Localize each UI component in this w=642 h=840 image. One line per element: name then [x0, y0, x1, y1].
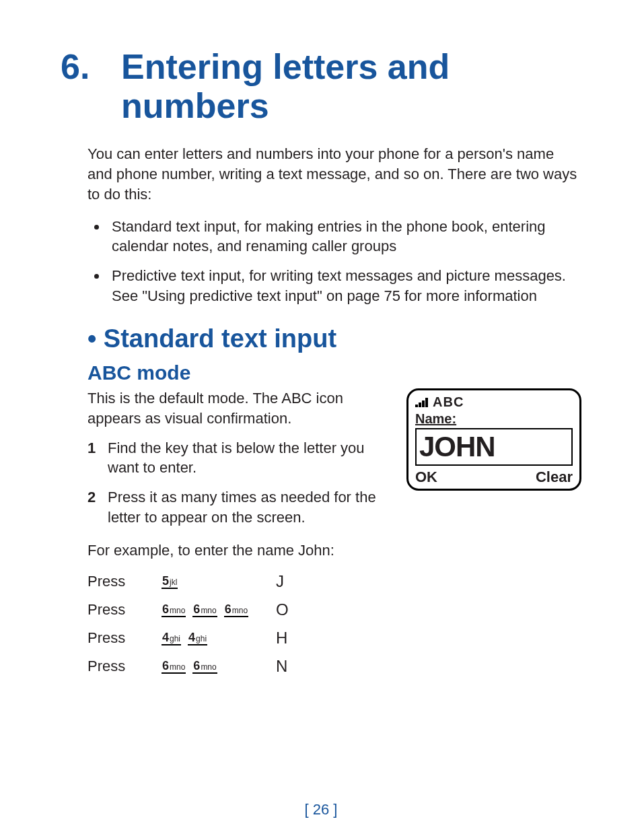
press-label: Press: [87, 601, 162, 619]
input-mode-indicator: ABC: [433, 394, 464, 410]
field-label: Name:: [415, 411, 573, 427]
result-letter: J: [276, 572, 303, 591]
text-entry-box: JOHN: [415, 428, 573, 466]
table-row: Press6mno6mnoN: [87, 652, 581, 680]
phone-key-icon: 6mno: [192, 603, 217, 617]
key-sequence: 6mno6mno: [162, 660, 276, 674]
phone-key-icon: 4ghi: [162, 631, 181, 645]
chapter-title: Entering letters and numbers: [121, 47, 581, 125]
table-row: Press5jklJ: [87, 567, 581, 596]
phone-key-icon: 6mno: [162, 660, 186, 674]
press-label: Press: [87, 629, 162, 647]
steps-list: 1 Find the key that is below the letter …: [87, 438, 393, 528]
step-text: Find the key that is below the letter yo…: [108, 438, 393, 478]
step-number: 1: [87, 438, 108, 478]
table-row: Press6mno6mno6mnoO: [87, 596, 581, 624]
entered-text: JOHN: [419, 433, 495, 461]
chapter-heading: 6. Entering letters and numbers: [61, 47, 581, 125]
section-heading: • Standard text input: [87, 324, 581, 353]
intro-paragraph: You can enter letters and numbers into y…: [87, 144, 581, 204]
step-item: 1 Find the key that is below the letter …: [87, 438, 393, 478]
phone-key-icon: 4ghi: [188, 631, 207, 645]
key-sequence: 5jkl: [162, 575, 276, 589]
intro-bullet-list: Standard text input, for making entries …: [87, 217, 581, 306]
phone-screen-illustration: ABC Name: JOHN OK Clear: [406, 388, 581, 491]
step-text: Press it as many times as needed for the…: [108, 487, 393, 527]
abc-intro: This is the default mode. The ABC icon a…: [87, 388, 393, 428]
press-label: Press: [87, 658, 162, 675]
subsection-heading: ABC mode: [87, 361, 581, 384]
left-softkey-label: OK: [415, 468, 437, 486]
key-sequence: 4ghi4ghi: [162, 631, 276, 645]
step-number: 2: [87, 487, 108, 527]
key-sequence: 6mno6mno6mno: [162, 603, 276, 617]
example-lead: For example, to enter the name John:: [87, 542, 581, 559]
phone-key-icon: 6mno: [192, 660, 217, 674]
press-label: Press: [87, 573, 162, 590]
phone-key-icon: 5jkl: [162, 575, 178, 589]
page-number: [ 26 ]: [0, 801, 642, 818]
result-letter: N: [276, 657, 303, 676]
phone-key-icon: 6mno: [224, 603, 248, 617]
table-row: Press4ghi4ghiH: [87, 624, 581, 652]
list-item: Standard text input, for making entries …: [108, 217, 581, 256]
phone-key-icon: 6mno: [162, 603, 186, 617]
step-item: 2 Press it as many times as needed for t…: [87, 487, 393, 527]
chapter-number: 6.: [61, 47, 121, 125]
signal-icon: [415, 398, 429, 407]
list-item: Predictive text input, for writing text …: [108, 266, 581, 306]
key-press-table: Press5jklJPress6mno6mno6mnoOPress4ghi4gh…: [87, 567, 581, 680]
right-softkey-label: Clear: [536, 468, 573, 486]
result-letter: O: [276, 600, 303, 619]
result-letter: H: [276, 629, 303, 648]
